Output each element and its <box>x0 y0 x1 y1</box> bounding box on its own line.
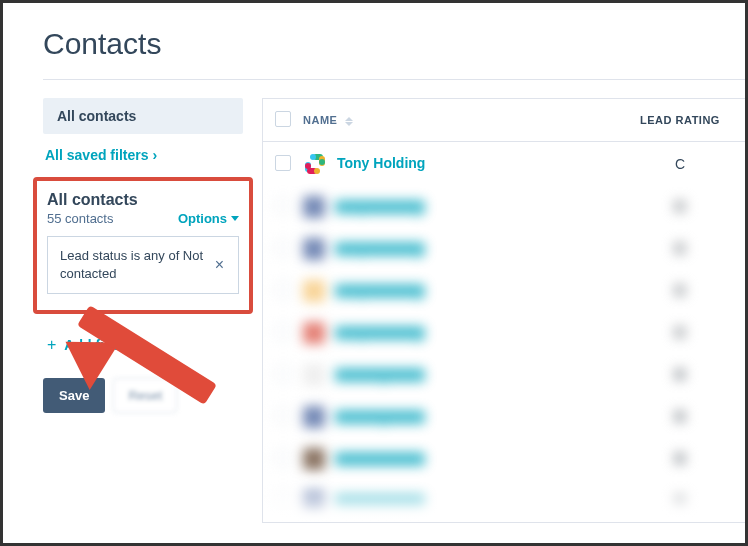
rating-cell: C <box>615 186 745 228</box>
avatar-icon <box>303 490 325 512</box>
avatar-icon <box>303 406 325 428</box>
rating-cell: B <box>615 354 745 396</box>
add-filter-link[interactable]: + Add filter <box>47 336 126 354</box>
rating-cell: C <box>615 270 745 312</box>
contacts-table-area: NAME LEAD RATING Tony HoldingCTony Holdi… <box>261 98 745 523</box>
table-row[interactable]: Tom HelmB <box>263 480 745 522</box>
row-checkbox[interactable] <box>275 408 291 424</box>
view-tab-all-contacts[interactable]: All contacts <box>43 98 243 134</box>
select-all-checkbox[interactable] <box>275 111 291 127</box>
rating-cell: C <box>615 312 745 354</box>
contact-name-link[interactable]: Tom Helm <box>335 452 425 466</box>
rating-cell: C <box>615 142 745 187</box>
row-checkbox[interactable] <box>275 198 291 214</box>
table-row[interactable]: Tony HoldingC <box>263 270 745 312</box>
contact-name-link[interactable]: Tony Holding <box>335 242 425 256</box>
divider <box>43 79 745 80</box>
table-row[interactable]: Tony HoldingC <box>263 312 745 354</box>
reset-button[interactable]: Reset <box>113 378 177 413</box>
filter-chip[interactable]: Lead status is any of Not contacted × <box>47 236 239 294</box>
column-header-lead-rating[interactable]: LEAD RATING <box>615 99 745 142</box>
contacts-table: NAME LEAD RATING Tony HoldingCTony Holdi… <box>263 98 745 522</box>
avatar-icon <box>303 238 325 260</box>
table-row[interactable]: Tony HoldingC <box>263 228 745 270</box>
plus-icon: + <box>47 336 56 354</box>
avatar-icon <box>303 322 325 344</box>
contact-name-link[interactable]: Tony Holding <box>335 284 425 298</box>
table-row[interactable]: Tony HoldingC <box>263 142 745 187</box>
close-icon[interactable]: × <box>213 256 226 274</box>
filter-group-title: All contacts <box>47 191 239 209</box>
all-saved-filters-link[interactable]: All saved filters › <box>45 147 157 163</box>
rating-cell: B <box>615 396 745 438</box>
rating-cell: B <box>615 438 745 480</box>
avatar-icon <box>303 152 327 176</box>
filter-chip-text: Lead status is any of Not contacted <box>60 247 205 283</box>
contact-name-link[interactable]: Tom Helm <box>335 494 425 508</box>
rating-cell: B <box>615 480 745 522</box>
table-row[interactable]: Tom HelmB <box>263 438 745 480</box>
table-row[interactable]: Tony HoldingC <box>263 186 745 228</box>
options-label: Options <box>178 211 227 226</box>
row-checkbox[interactable] <box>275 450 291 466</box>
contact-name-link[interactable]: Tony Holding <box>335 200 425 214</box>
rating-cell: C <box>615 228 745 270</box>
avatar-icon <box>303 364 325 386</box>
sidebar: All contacts All saved filters › All con… <box>43 98 243 523</box>
row-checkbox[interactable] <box>275 492 291 508</box>
caret-down-icon <box>231 216 239 221</box>
contact-count: 55 contacts <box>47 211 114 226</box>
saved-filters-label: All saved filters <box>45 147 149 163</box>
row-checkbox[interactable] <box>275 155 291 171</box>
contact-name-link[interactable]: Tony Holding <box>337 155 425 171</box>
row-checkbox[interactable] <box>275 282 291 298</box>
table-row[interactable]: Tom IngramB <box>263 354 745 396</box>
save-button[interactable]: Save <box>43 378 105 413</box>
name-header-label: NAME <box>303 114 337 126</box>
add-filter-label: Add filter <box>64 337 125 353</box>
avatar-icon <box>303 448 325 470</box>
avatar-icon <box>303 280 325 302</box>
select-all-header <box>263 99 303 142</box>
row-checkbox[interactable] <box>275 366 291 382</box>
page-title: Contacts <box>43 27 745 61</box>
column-header-name[interactable]: NAME <box>303 99 615 142</box>
contact-name-link[interactable]: Tom Ingram <box>335 368 425 382</box>
avatar-icon <box>303 196 325 218</box>
table-row[interactable]: Tom IngramB <box>263 396 745 438</box>
row-checkbox[interactable] <box>275 324 291 340</box>
contact-name-link[interactable]: Tony Holding <box>335 326 425 340</box>
options-dropdown[interactable]: Options <box>178 211 239 226</box>
sort-icon <box>345 117 353 126</box>
contact-name-link[interactable]: Tom Ingram <box>335 410 425 424</box>
row-checkbox[interactable] <box>275 240 291 256</box>
chevron-right-icon: › <box>153 147 158 163</box>
filter-group-highlight: All contacts 55 contacts Options Lead st… <box>33 177 253 314</box>
